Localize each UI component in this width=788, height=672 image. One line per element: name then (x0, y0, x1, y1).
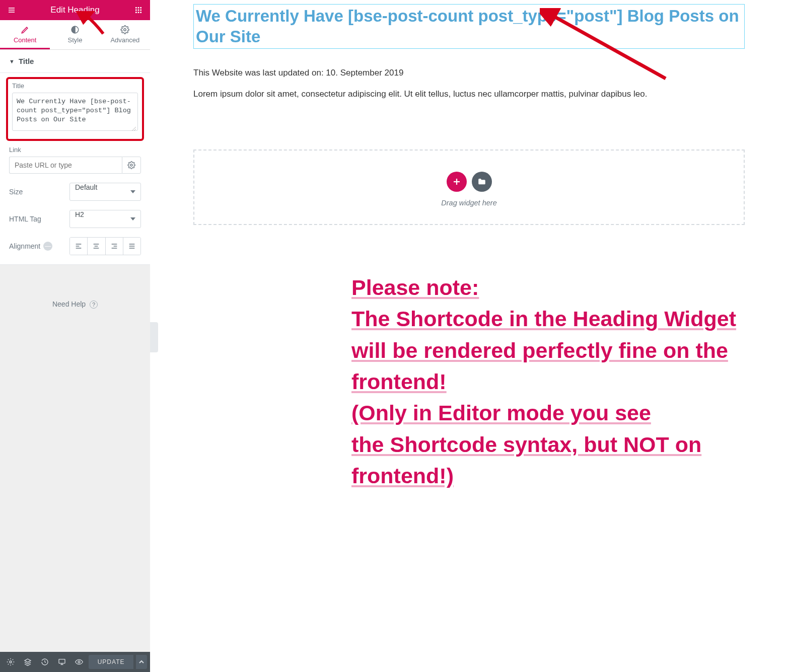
resize-grip-icon (131, 126, 136, 131)
svg-point-33 (78, 661, 80, 663)
align-right-icon (110, 242, 118, 250)
plus-icon (452, 177, 461, 186)
tab-style-label: Style (68, 36, 83, 44)
svg-rect-11 (140, 12, 141, 13)
responsive-button[interactable] (54, 654, 69, 670)
align-left-icon (75, 242, 83, 250)
link-input[interactable] (9, 157, 122, 174)
tab-style[interactable]: Style (50, 20, 100, 49)
svg-rect-5 (140, 7, 141, 9)
svg-rect-7 (138, 10, 139, 11)
align-justify-icon (128, 242, 136, 250)
svg-rect-9 (135, 12, 137, 13)
link-field-label: Link (9, 146, 141, 154)
need-help-link[interactable]: Need Help ? (0, 300, 150, 309)
svg-point-16 (130, 164, 132, 166)
svg-rect-3 (135, 7, 137, 9)
size-select[interactable]: Default (69, 183, 141, 201)
gear-icon (127, 161, 135, 169)
svg-point-13 (124, 29, 126, 31)
align-center-button[interactable] (88, 238, 105, 255)
svg-line-15 (134, 129, 136, 131)
drop-zone[interactable]: Drag widget here (193, 150, 745, 225)
svg-rect-4 (138, 7, 139, 9)
title-textarea[interactable] (12, 93, 138, 131)
section-title-label: Title (19, 57, 34, 65)
history-button[interactable] (37, 654, 52, 670)
drop-caption: Drag widget here (194, 199, 744, 207)
htmltag-select[interactable]: H2 (69, 210, 141, 228)
caret-up-icon (139, 659, 144, 664)
size-label: Size (9, 188, 69, 196)
alignment-control: Alignment — (9, 237, 141, 255)
bottom-toolbar: UPDATE (0, 652, 150, 672)
align-justify-button[interactable] (123, 238, 140, 255)
alignment-label: Alignment — (9, 242, 69, 251)
size-control: Size Default (9, 183, 141, 201)
svg-point-29 (10, 661, 12, 663)
preview-button[interactable] (71, 654, 87, 670)
sidebar-header: Edit Heading (0, 0, 150, 20)
tab-advanced-label: Advanced (110, 36, 139, 44)
editor-canvas: We Currently Have [bse-post-count post_t… (150, 0, 788, 672)
eye-icon (75, 658, 83, 666)
svg-rect-10 (138, 12, 139, 13)
tab-advanced[interactable]: Advanced (100, 20, 150, 49)
lorem-text: Lorem ipsum dolor sit amet, consectetur … (193, 89, 745, 99)
apps-grid-icon[interactable] (133, 5, 144, 16)
navigator-button[interactable] (20, 654, 35, 670)
sidebar-title: Edit Heading (17, 5, 133, 15)
update-button[interactable]: UPDATE (89, 655, 134, 669)
svg-line-14 (132, 127, 136, 131)
editor-tabs: Content Style Advanced (0, 20, 150, 50)
svg-rect-8 (140, 10, 141, 11)
alignment-clear-icon[interactable]: — (43, 242, 52, 251)
link-options-button[interactable] (122, 157, 141, 174)
svg-rect-30 (59, 659, 65, 663)
annotation-note: Please note: The Shortcode in the Headin… (351, 272, 788, 491)
section-title-toggle[interactable]: ▼ Title (0, 50, 150, 73)
htmltag-control: HTML Tag H2 (9, 210, 141, 228)
editor-sidebar: Edit Heading Content Style Advanced ▼ Ti… (0, 0, 150, 672)
add-section-button[interactable] (447, 172, 467, 192)
caret-down-icon: ▼ (9, 58, 15, 64)
tab-content-label: Content (14, 36, 37, 44)
align-left-button[interactable] (70, 238, 88, 255)
settings-button[interactable] (3, 654, 18, 670)
title-field-label: Title (12, 82, 138, 90)
align-right-button[interactable] (106, 238, 123, 255)
gear-icon (7, 658, 15, 666)
tab-content[interactable]: Content (0, 20, 50, 49)
folder-icon (477, 177, 486, 186)
layers-icon (24, 658, 32, 666)
help-icon: ? (90, 301, 98, 309)
title-field-highlight: Title (6, 77, 144, 141)
monitor-icon (58, 658, 66, 666)
menu-icon[interactable] (6, 5, 17, 16)
link-field: Link (9, 146, 141, 174)
svg-rect-6 (135, 10, 137, 11)
update-options-button[interactable] (135, 655, 147, 669)
htmltag-label: HTML Tag (9, 215, 69, 223)
heading-widget[interactable]: We Currently Have [bse-post-count post_t… (193, 4, 745, 49)
history-icon (41, 658, 49, 666)
section-body: Title Link Size Default (0, 73, 150, 265)
last-updated-text: This Website was last updated on: 10. Se… (193, 68, 745, 78)
align-center-icon (92, 242, 100, 250)
add-template-button[interactable] (472, 172, 492, 192)
